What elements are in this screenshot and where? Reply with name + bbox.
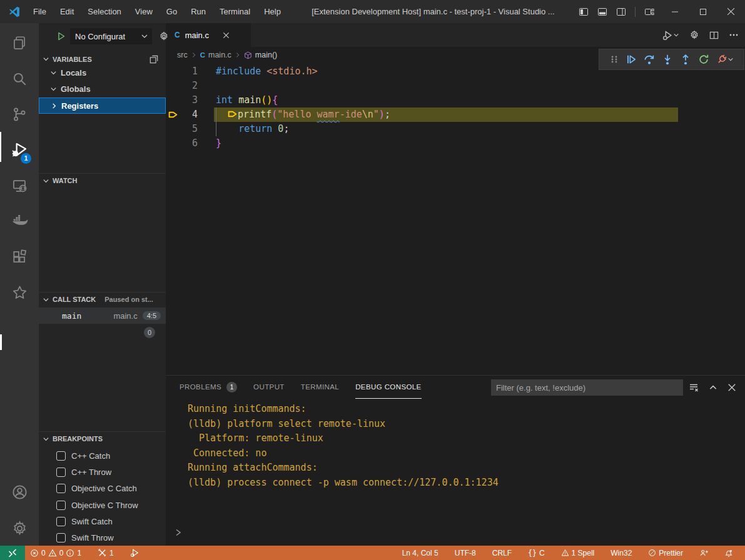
section-title: WATCH [53, 177, 78, 184]
console-filter[interactable] [491, 379, 683, 396]
menu-view[interactable]: View [128, 0, 160, 23]
start-debug-icon[interactable] [56, 31, 66, 41]
breakpoint-row[interactable]: Objective C Throw [39, 497, 166, 513]
maximize-panel-icon[interactable] [709, 383, 717, 392]
section-title: BREAKPOINTS [53, 435, 103, 442]
settings-gear-icon[interactable] [0, 513, 39, 543]
checkbox[interactable] [56, 484, 66, 493]
star-icon[interactable] [0, 278, 39, 308]
console-line: Platform: remote-linux [188, 431, 499, 446]
restart-icon[interactable] [698, 54, 709, 65]
debug-stackframe-icon [227, 109, 238, 119]
variables-registers-row[interactable]: Registers [39, 98, 166, 114]
filter-input[interactable] [491, 383, 683, 392]
close-panel-icon[interactable] [727, 383, 736, 392]
docker-icon[interactable] [0, 206, 39, 236]
customize-layout-icon[interactable] [644, 7, 654, 17]
breakpoint-label: Objective C Catch [71, 484, 137, 493]
run-debug-icon[interactable]: 1 [0, 135, 39, 165]
toggle-secondary-sidebar-icon[interactable] [616, 7, 626, 17]
menu-terminal[interactable]: Terminal [213, 0, 257, 23]
warning-icon [561, 549, 569, 557]
drag-grip-icon[interactable] [610, 54, 619, 64]
launch-json-gear-icon[interactable] [159, 31, 169, 41]
formatter[interactable]: Prettier [640, 546, 691, 560]
call-stack-section-header[interactable]: CALL STACK Paused on st... [39, 292, 166, 306]
menu-help[interactable]: Help [257, 0, 288, 23]
spell-status[interactable]: 1 Spell [553, 546, 603, 560]
more-actions-icon[interactable] [729, 30, 739, 40]
toggle-sidebar-icon[interactable] [579, 7, 589, 17]
variables-locals-row[interactable]: Locals [39, 64, 166, 81]
close-button[interactable] [717, 0, 745, 23]
checkbox[interactable] [56, 468, 66, 477]
breakpoint-row[interactable]: C++ Throw [39, 464, 166, 480]
disconnect-icon [716, 54, 727, 65]
collapse-all-icon[interactable] [150, 55, 158, 64]
close-tab-icon[interactable] [223, 32, 230, 39]
status-bar: 0 0 1 1 Ln 4, Col 5 UTF-8 CRLF {}C 1 Spe… [0, 546, 745, 560]
step-over-icon[interactable] [644, 54, 655, 65]
call-stack-frame-row[interactable]: main main.c 4:5 [39, 308, 166, 324]
editor-gear-icon[interactable] [689, 30, 699, 40]
checkbox[interactable] [56, 517, 66, 526]
breakpoint-row[interactable]: C++ Catch [39, 448, 166, 464]
menu-run[interactable]: Run [184, 0, 213, 23]
extensions-icon[interactable] [0, 242, 39, 272]
run-or-debug-button[interactable] [662, 30, 679, 41]
clear-console-icon[interactable] [689, 382, 699, 392]
breakpoints-section-header[interactable]: BREAKPOINTS [39, 431, 166, 446]
checkbox[interactable] [56, 451, 66, 461]
account-icon[interactable] [0, 477, 39, 507]
feedback-icon[interactable] [691, 546, 716, 560]
notifications-bell-icon[interactable] [716, 546, 741, 560]
problems-status[interactable]: 0 0 1 [25, 546, 89, 560]
breakpoint-row[interactable]: Swift Throw [39, 529, 166, 546]
menu-edit[interactable]: Edit [53, 0, 81, 23]
tab-terminal[interactable]: TERMINAL [301, 376, 339, 399]
menu-go[interactable]: Go [160, 0, 184, 23]
vscode-logo [9, 6, 20, 18]
chevron-down-icon [43, 56, 49, 62]
step-out-icon[interactable] [680, 54, 691, 65]
breadcrumb-file[interactable]: main.c [208, 51, 231, 59]
step-into-icon[interactable] [662, 54, 673, 65]
tab-main-c[interactable]: C main.c [166, 23, 251, 47]
breakpoint-row[interactable]: Swift Catch [39, 513, 166, 529]
watch-section-header[interactable]: WATCH [39, 173, 166, 188]
console-prompt-icon[interactable] [174, 528, 183, 537]
language-mode[interactable]: {}C [520, 546, 553, 560]
platform[interactable]: Win32 [602, 546, 640, 560]
remote-explorer-icon[interactable] [0, 171, 39, 201]
toggle-panel-icon[interactable] [597, 7, 607, 17]
tab-problems[interactable]: PROBLEMS1 [180, 376, 237, 399]
continue-icon[interactable] [626, 54, 637, 65]
remote-indicator[interactable] [0, 546, 25, 560]
minimize-button[interactable] [661, 0, 689, 23]
checkbox[interactable] [56, 533, 66, 542]
maximize-button[interactable] [689, 0, 717, 23]
cursor-position[interactable]: Ln 4, Col 5 [394, 546, 447, 560]
breadcrumb-symbol[interactable]: main() [255, 51, 277, 59]
menu-file[interactable]: File [26, 0, 53, 23]
tab-debug-console[interactable]: DEBUG CONSOLE [355, 376, 422, 399]
tab-output[interactable]: OUTPUT [253, 376, 285, 399]
split-editor-icon[interactable] [709, 31, 719, 40]
tools-status[interactable]: 1 [89, 546, 122, 560]
bottom-panel: PROBLEMS1 OUTPUT TERMINAL DEBUG CONSOLE … [166, 375, 745, 546]
variables-globals-row[interactable]: Globals [39, 81, 166, 97]
encoding[interactable]: UTF-8 [447, 546, 484, 560]
search-icon[interactable] [0, 64, 39, 94]
source-control-icon[interactable] [0, 99, 39, 129]
breadcrumb-folder[interactable]: src [177, 51, 188, 59]
checkbox[interactable] [56, 501, 66, 510]
code-area[interactable]: 1 #include <stdio.h> 2 3 int main(){ 4 p… [166, 63, 745, 375]
disconnect-button[interactable] [716, 54, 734, 65]
menu-selection[interactable]: Selection [81, 0, 128, 23]
breakpoint-row[interactable]: Objective C Catch [39, 480, 166, 496]
debug-status-icon[interactable] [122, 546, 148, 560]
debug-config-dropdown[interactable]: No Configurat [70, 28, 152, 44]
eol[interactable]: CRLF [484, 546, 520, 560]
explorer-icon[interactable] [0, 28, 39, 58]
chevron-down-icon [50, 69, 57, 76]
